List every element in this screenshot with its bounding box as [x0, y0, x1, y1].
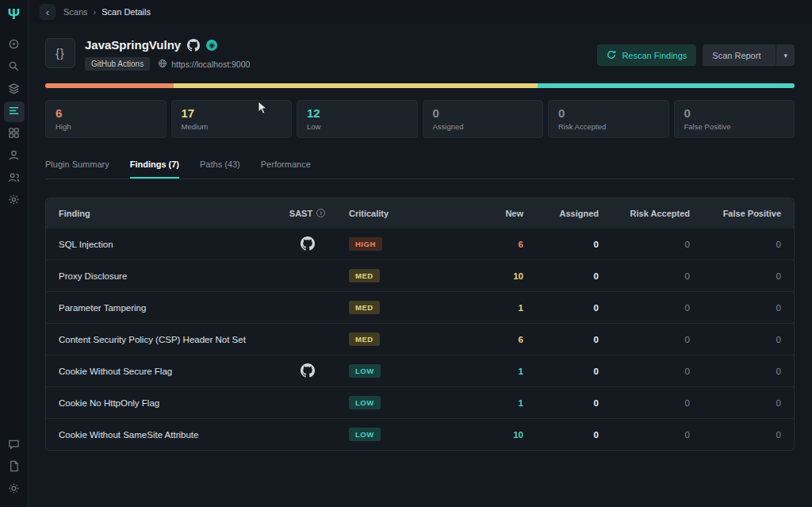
main-content: {} JavaSpringVulny ◉ GitHub Actions http… — [29, 24, 812, 507]
finding-name: Cookie Without SameSite Attribute — [59, 430, 266, 440]
col-assigned: Assigned — [523, 209, 599, 218]
user-icon — [8, 149, 20, 164]
assigned-count: 0 — [523, 335, 599, 344]
stat-value: 0 — [684, 106, 785, 120]
severity-segment-medium — [174, 83, 538, 88]
risk-accepted-count: 0 — [599, 271, 690, 281]
github-icon — [301, 236, 315, 252]
severity-badge: LOW — [349, 364, 381, 378]
assigned-count: 0 — [523, 367, 599, 376]
severity-badge: LOW — [349, 396, 381, 409]
sidebar-item-apps[interactable] — [4, 124, 25, 144]
tab-findings-7[interactable]: Findings (7) — [130, 159, 179, 179]
table-row[interactable]: Cookie Without Secure Flag LOW 1 0 0 0 — [46, 355, 794, 386]
findings-table: Finding SAST i Criticality New Assigned … — [45, 198, 795, 451]
table-row[interactable]: Proxy Disclosure MED 10 0 0 0 — [46, 259, 794, 291]
assigned-count: 0 — [523, 398, 599, 408]
severity-bar — [45, 83, 795, 88]
sun-icon — [8, 482, 20, 497]
criticality-cell: LOW — [349, 396, 452, 409]
criticality-cell: LOW — [349, 364, 452, 378]
sidebar-item-docs[interactable] — [4, 457, 25, 478]
layers-icon — [8, 83, 20, 98]
new-count: 10 — [452, 271, 523, 281]
table-row[interactable]: Content Security Policy (CSP) Header Not… — [46, 323, 794, 355]
table-row[interactable]: SQL Injection HIGH 6 0 0 0 — [46, 228, 794, 259]
gear-icon — [8, 194, 20, 209]
source-badge: GitHub Actions — [85, 57, 150, 71]
col-new: New — [452, 209, 523, 218]
breadcrumb-scans[interactable]: Scans — [63, 7, 88, 17]
rescan-findings-button[interactable]: Rescan Findings — [597, 44, 696, 66]
finding-name: Proxy Disclosure — [59, 271, 266, 281]
assigned-count: 0 — [523, 430, 599, 440]
stat-value: 6 — [56, 106, 156, 120]
finding-name: Cookie No HttpOnly Flag — [59, 398, 266, 408]
severity-segment-high — [45, 83, 174, 88]
app-logo[interactable]: Ψ — [4, 4, 25, 25]
sidebar-item-layers[interactable] — [4, 79, 25, 100]
sidebar-item-scans[interactable] — [4, 102, 25, 122]
breadcrumb-separator: › — [94, 7, 97, 17]
risk-accepted-count: 0 — [599, 367, 690, 376]
users-icon — [8, 171, 20, 186]
finding-name: Parameter Tampering — [59, 303, 266, 313]
github-icon[interactable] — [187, 39, 200, 52]
stat-card: 0 False Positive — [674, 100, 795, 138]
false-positive-count: 0 — [690, 240, 781, 249]
false-positive-count: 0 — [690, 398, 781, 408]
info-icon[interactable]: i — [316, 209, 325, 217]
sidebar-item-dashboard[interactable] — [4, 35, 25, 56]
sidebar-item-chat[interactable] — [4, 435, 25, 455]
back-button[interactable]: ‹ — [40, 4, 56, 20]
stat-card: 0 Assigned — [423, 100, 544, 138]
severity-badge: LOW — [349, 428, 381, 441]
table-row[interactable]: Cookie Without SameSite Attribute LOW 10… — [46, 418, 794, 450]
stat-value: 0 — [558, 106, 659, 120]
table-row[interactable]: Cookie No HttpOnly Flag LOW 1 0 0 0 — [46, 386, 794, 418]
col-finding: Finding — [59, 209, 266, 218]
tab-paths-43[interactable]: Paths (43) — [200, 159, 240, 179]
github-icon — [301, 363, 315, 379]
criticality-cell: LOW — [349, 428, 452, 441]
new-count: 1 — [452, 398, 523, 408]
tab-plugin-summary[interactable]: Plugin Summary — [45, 159, 109, 179]
severity-badge: MED — [349, 301, 380, 314]
breadcrumb: Scans › Scan Details — [63, 7, 151, 17]
risk-accepted-count: 0 — [599, 398, 690, 408]
stats-row: 6 High 17 Medium 12 Low 0 Assigned 0 Ris… — [45, 100, 795, 138]
tabs: Plugin Summary Findings (7) Paths (43) P… — [45, 159, 795, 179]
stat-label: Medium — [182, 122, 282, 131]
sast-cell — [266, 236, 349, 252]
grid-icon — [8, 127, 20, 142]
stat-value: 12 — [307, 106, 408, 120]
stat-card: 0 Risk Accepted — [548, 100, 669, 138]
sidebar-item-team[interactable] — [4, 168, 25, 189]
stat-card: 12 Low — [297, 100, 418, 138]
stat-label: Assigned — [433, 122, 534, 131]
stat-label: High — [56, 122, 156, 131]
tab-performance[interactable]: Performance — [261, 159, 311, 179]
col-criticality: Criticality — [349, 209, 452, 218]
scan-report-button[interactable]: Scan Report ▾ — [703, 44, 795, 66]
finding-name: Content Security Policy (CSP) Header Not… — [59, 335, 266, 344]
stat-label: Low — [307, 122, 408, 131]
sidebar: Ψ — [0, 0, 29, 507]
table-row[interactable]: Parameter Tampering MED 1 0 0 0 — [46, 291, 794, 323]
sidebar-item-user[interactable] — [4, 146, 25, 167]
severity-badge: HIGH — [349, 237, 382, 251]
breadcrumb-current: Scan Details — [102, 7, 151, 17]
sidebar-item-settings[interactable] — [4, 190, 25, 211]
chevron-down-icon[interactable]: ▾ — [776, 44, 795, 66]
col-false-positive: False Positive — [690, 209, 781, 218]
new-count: 10 — [452, 430, 523, 440]
stat-value: 17 — [182, 106, 282, 120]
risk-accepted-count: 0 — [599, 430, 690, 440]
sidebar-item-theme[interactable] — [4, 479, 25, 500]
false-positive-count: 0 — [690, 271, 781, 281]
sast-cell — [266, 363, 349, 379]
target-url[interactable]: https://localhost:9000 — [158, 59, 250, 70]
sidebar-item-discover[interactable] — [4, 57, 25, 78]
search-icon — [8, 60, 20, 75]
topbar: ‹ Scans › Scan Details — [29, 0, 812, 24]
